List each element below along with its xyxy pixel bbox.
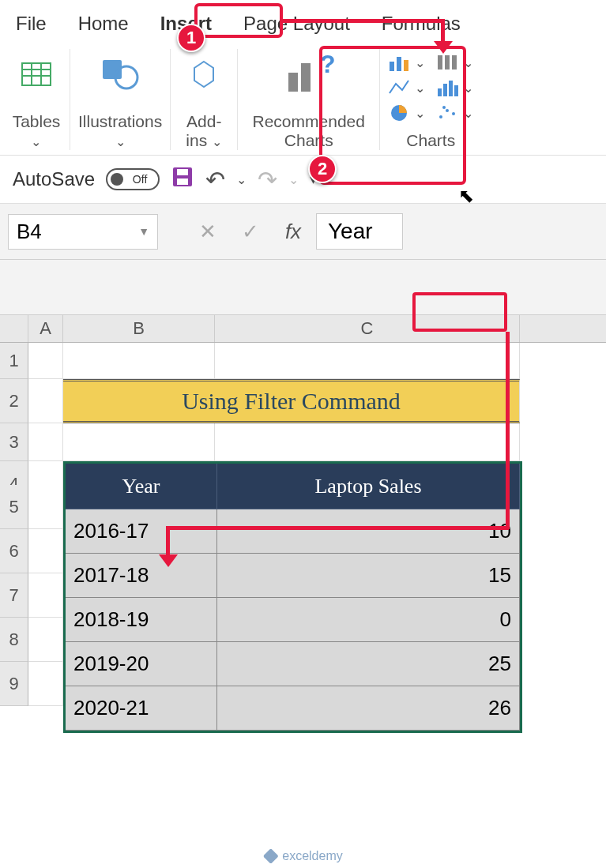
svg-rect-0 xyxy=(22,63,51,85)
row-header-8[interactable]: 8 xyxy=(0,618,28,662)
column-headers: A B C xyxy=(0,315,606,343)
cell-c1[interactable] xyxy=(215,343,520,379)
svg-point-23 xyxy=(452,112,455,115)
select-all-button[interactable] xyxy=(0,315,28,342)
addins-button[interactable] xyxy=(179,49,229,100)
addins-label: Add-ins ⌄ xyxy=(186,112,222,150)
cell-b1[interactable] xyxy=(63,343,215,379)
cell-a9[interactable] xyxy=(28,662,63,706)
cell-a5[interactable] xyxy=(28,485,63,529)
undo-button[interactable]: ↶ xyxy=(205,166,225,194)
histogram-button[interactable]: ⌄ xyxy=(436,77,473,98)
save-button[interactable] xyxy=(171,165,194,194)
group-charts: ⌄ ⌄ ⌄ ⌄ ⌄ ⌄ Charts xyxy=(380,49,481,150)
fx-button[interactable]: fx xyxy=(273,214,313,249)
row-header-3[interactable]: 3 xyxy=(0,423,28,461)
cell-a8[interactable] xyxy=(28,618,63,662)
cell-b3[interactable] xyxy=(63,423,215,461)
cell-c3[interactable] xyxy=(215,423,520,461)
pie-chart-button[interactable]: ⌄ xyxy=(388,103,425,123)
watermark: exceldemy xyxy=(263,849,342,863)
column-chart-button[interactable]: ⌄ xyxy=(388,52,425,73)
cell-sales-1[interactable]: 15 xyxy=(217,554,520,598)
scatter-chart-button[interactable]: ⌄ xyxy=(436,103,473,123)
row-1: 1 xyxy=(0,343,606,379)
cancel-formula-button[interactable]: ✕ xyxy=(188,214,228,249)
name-box[interactable]: B4▼ xyxy=(8,214,158,250)
cell-sales-2[interactable]: 0 xyxy=(217,598,520,642)
svg-rect-8 xyxy=(301,63,311,92)
cell-year-0[interactable]: 2016-17 xyxy=(66,509,217,554)
svg-point-22 xyxy=(446,109,449,112)
svg-rect-13 xyxy=(438,55,442,70)
cell-sales-3[interactable]: 25 xyxy=(217,642,520,686)
row-header-2[interactable]: 2 xyxy=(0,379,28,423)
svg-rect-15 xyxy=(452,55,457,70)
illustrations-button[interactable] xyxy=(95,49,145,100)
svg-rect-14 xyxy=(445,55,450,70)
row-header-7[interactable]: 7 xyxy=(0,573,28,618)
annotation-badge-1: 1 xyxy=(177,24,205,52)
cell-year-3[interactable]: 2019-20 xyxy=(66,642,217,686)
group-tables: Tables⌄ xyxy=(3,49,70,150)
group-recommended-charts: ? RecommendedCharts xyxy=(238,49,380,150)
row-3: 3 xyxy=(0,423,606,461)
svg-text:?: ? xyxy=(320,52,336,78)
chevron-down-icon: ⌄ xyxy=(463,81,473,96)
row-header-5[interactable]: 5 xyxy=(0,485,28,529)
cell-year-4[interactable]: 2020-21 xyxy=(66,686,217,731)
recommended-charts-button[interactable]: ? xyxy=(274,49,344,100)
autosave-toggle[interactable]: Off xyxy=(106,168,160,190)
tables-button[interactable] xyxy=(11,49,62,100)
col-header-c[interactable]: C xyxy=(215,315,520,342)
bar-chart-button[interactable]: ⌄ xyxy=(436,52,473,73)
chevron-down-icon[interactable]: ⌄ xyxy=(236,172,247,187)
svg-rect-26 xyxy=(177,169,188,175)
spacer xyxy=(0,260,606,315)
header-sales[interactable]: Laptop Sales xyxy=(217,464,520,509)
redo-button[interactable]: ↷ xyxy=(258,166,277,194)
col-header-b[interactable]: B xyxy=(63,315,215,342)
cell-a2[interactable] xyxy=(28,379,63,423)
annotation-arrow-line xyxy=(166,526,170,558)
cell-a6[interactable] xyxy=(28,529,63,573)
cell-sales-0[interactable]: 10 xyxy=(217,509,520,554)
cell-sales-4[interactable]: 26 xyxy=(217,686,520,731)
tab-formulas[interactable]: Formulas xyxy=(366,6,476,41)
tab-file[interactable]: File xyxy=(0,6,62,41)
cell-a1[interactable] xyxy=(28,343,63,379)
header-year[interactable]: Year xyxy=(66,464,217,509)
tables-label: Tables⌄ xyxy=(13,112,61,150)
svg-point-24 xyxy=(442,106,446,109)
enter-formula-button[interactable]: ✓ xyxy=(231,214,270,249)
formula-bar-value[interactable]: Year xyxy=(316,213,403,250)
col-header-a[interactable]: A xyxy=(28,315,63,342)
cell-a7[interactable] xyxy=(28,573,63,618)
line-chart-button[interactable]: ⌄ xyxy=(388,77,425,98)
cell-year-1[interactable]: 2017-18 xyxy=(66,554,217,598)
annotation-arrow-line xyxy=(506,332,510,529)
chevron-down-icon: ⌄ xyxy=(463,55,473,70)
svg-rect-7 xyxy=(288,73,298,92)
tab-home[interactable]: Home xyxy=(62,6,145,41)
row-header-9[interactable]: 9 xyxy=(0,662,28,706)
row-header-1[interactable]: 1 xyxy=(0,343,28,379)
illustrations-label: Illustrations⌄ xyxy=(78,112,162,150)
chevron-down-icon: ⌄ xyxy=(415,81,425,96)
annotation-arrowhead xyxy=(434,41,453,54)
autosave-label: AutoSave xyxy=(13,168,95,190)
cell-year-2[interactable]: 2018-19 xyxy=(66,598,217,642)
recommended-charts-icon: ? xyxy=(277,52,341,96)
title-cell[interactable]: Using Filter Command xyxy=(63,379,520,423)
addins-icon xyxy=(182,52,226,96)
chevron-down-icon: ⌄ xyxy=(288,172,299,187)
chevron-down-icon: ⌄ xyxy=(415,55,425,70)
cell-a3[interactable] xyxy=(28,423,63,461)
worksheet: A B C 1 2 Using Filter Command 3 4 Year … xyxy=(0,315,606,733)
group-addins: Add-ins ⌄ xyxy=(171,49,238,150)
svg-rect-28 xyxy=(263,849,277,863)
cursor-icon: ⬉ xyxy=(458,185,474,207)
row-header-6[interactable]: 6 xyxy=(0,529,28,573)
tab-page-layout[interactable]: Page Layout xyxy=(228,6,366,41)
chevron-down-icon: ▼ xyxy=(138,225,149,238)
